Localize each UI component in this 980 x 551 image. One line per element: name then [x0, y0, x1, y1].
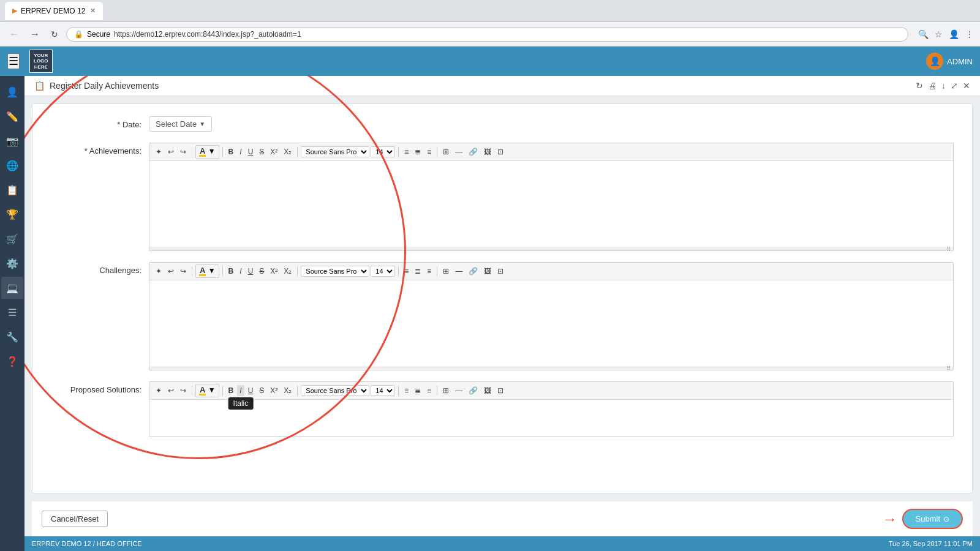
toolbar-table2[interactable]: ⊞	[440, 266, 451, 277]
toolbar-link3[interactable]: 🔗	[466, 385, 480, 396]
toolbar-source3[interactable]: ⊡	[495, 385, 506, 396]
separator2	[222, 147, 223, 157]
toolbar-bold[interactable]: B	[226, 146, 236, 157]
sidebar-item-trophy[interactable]: 🏆	[1, 203, 23, 225]
address-bar[interactable]: 🔒 Secure https://demo12.erprev.com:8443/…	[66, 27, 908, 42]
toolbar-underline2[interactable]: U	[246, 266, 256, 277]
toolbar-strikethrough[interactable]: S	[257, 146, 266, 157]
toolbar-ol3[interactable]: ≣	[412, 385, 423, 396]
font-family-select3[interactable]: Source Sans Pro	[301, 385, 369, 396]
refresh-page-btn[interactable]: ↻	[916, 81, 923, 91]
toolbar-image[interactable]: 🖼	[481, 146, 494, 157]
toolbar-align2[interactable]: ≡	[424, 266, 434, 277]
toolbar-link2[interactable]: 🔗	[466, 266, 480, 277]
forward-btn[interactable]: →	[27, 27, 43, 42]
toolbar-hr[interactable]: —	[453, 146, 465, 157]
toolbar-undo2[interactable]: ↩	[165, 266, 176, 277]
toolbar-subscript2[interactable]: X₂	[281, 266, 294, 277]
font-size-select[interactable]: 14	[371, 146, 395, 157]
toolbar-ol[interactable]: ≣	[412, 146, 423, 157]
sidebar-item-menu2[interactable]: ☰	[1, 301, 23, 323]
sidebar-item-edit[interactable]: ✏️	[1, 105, 23, 127]
solutions-editor-body[interactable]	[149, 400, 953, 437]
toolbar-superscript[interactable]: X²	[268, 146, 280, 157]
toolbar-redo[interactable]: ↪	[178, 146, 189, 157]
browser-tab[interactable]: ▶ ERPREV DEMO 12 ✕	[5, 2, 103, 20]
font-family-select2[interactable]: Source Sans Pro	[301, 266, 369, 277]
toolbar-italic[interactable]: I	[237, 146, 244, 157]
toolbar-redo3[interactable]: ↪	[178, 385, 189, 396]
refresh-btn[interactable]: ↻	[48, 28, 61, 41]
cancel-reset-btn[interactable]: Cancel/Reset	[42, 511, 108, 527]
menu-icon[interactable]: ⋮	[965, 29, 974, 39]
toolbar-redo2[interactable]: ↪	[178, 266, 189, 277]
print-btn[interactable]: 🖨	[928, 81, 937, 91]
toolbar-color2[interactable]: A ▼	[195, 264, 219, 278]
sidebar-item-cart[interactable]: 🛒	[1, 228, 23, 250]
sidebar-item-camera[interactable]: 📷	[1, 130, 23, 152]
date-picker-btn[interactable]: Select Date ▼	[149, 116, 212, 132]
toolbar-strikethrough2[interactable]: S	[257, 266, 266, 277]
toolbar-underline3[interactable]: U	[246, 385, 256, 396]
sidebar-item-computer[interactable]: 💻	[1, 277, 23, 299]
toolbar-special2[interactable]: ✦	[153, 266, 164, 277]
toolbar-hr2[interactable]: —	[453, 266, 465, 277]
toolbar-ol2[interactable]: ≣	[412, 266, 423, 277]
toolbar-special[interactable]: ✦	[153, 146, 164, 157]
solutions-toolbar: ✦ ↩ ↪ A ▼ B I Italic U S	[149, 382, 953, 400]
toolbar-source[interactable]: ⊡	[495, 146, 506, 157]
toolbar-ul3[interactable]: ≡	[402, 385, 411, 396]
submit-btn[interactable]: Submit ⊙	[902, 509, 963, 529]
challenges-editor-body[interactable]	[149, 280, 953, 366]
hamburger-menu[interactable]: ☰	[7, 53, 20, 69]
font-size-select2[interactable]: 14	[371, 266, 395, 277]
tab-close-btn[interactable]: ✕	[90, 7, 96, 15]
toolbar-image3[interactable]: 🖼	[481, 385, 494, 396]
toolbar-undo[interactable]: ↩	[165, 146, 176, 157]
toolbar-color[interactable]: A ▼	[195, 145, 219, 159]
toolbar-superscript3[interactable]: X²	[268, 385, 280, 396]
sidebar-item-wrench[interactable]: 🔧	[1, 326, 23, 348]
sidebar-item-globe[interactable]: 🌐	[1, 154, 23, 176]
challenges-editor-resize[interactable]: ⠿	[149, 366, 953, 370]
toolbar-bold3[interactable]: B	[226, 385, 236, 396]
achievements-editor-resize[interactable]: ⠿	[149, 247, 953, 250]
toolbar-hr3[interactable]: —	[453, 385, 465, 396]
toolbar-underline[interactable]: U	[246, 146, 256, 157]
toolbar-superscript2[interactable]: X²	[268, 266, 280, 277]
toolbar-image2[interactable]: 🖼	[481, 266, 494, 277]
expand-btn[interactable]: ⤢	[951, 81, 958, 91]
toolbar-italic2[interactable]: I	[237, 266, 244, 277]
bookmark-icon[interactable]: ☆	[935, 29, 943, 39]
toolbar-bold2[interactable]: B	[226, 266, 236, 277]
toolbar-source2[interactable]: ⊡	[495, 266, 506, 277]
font-size-select3[interactable]: 14	[371, 385, 395, 396]
close-btn[interactable]: ✕	[963, 81, 970, 91]
toolbar-strikethrough3[interactable]: S	[257, 385, 266, 396]
toolbar-subscript3[interactable]: X₂	[281, 385, 294, 396]
toolbar-ul2[interactable]: ≡	[402, 266, 411, 277]
address-text: https://demo12.erprev.com:8443/index.jsp…	[114, 30, 301, 39]
toolbar-table3[interactable]: ⊞	[440, 385, 451, 396]
sidebar-item-profile[interactable]: 👤	[1, 81, 23, 103]
toolbar-table[interactable]: ⊞	[440, 146, 451, 157]
download-btn[interactable]: ↓	[941, 81, 946, 91]
sidebar-item-help[interactable]: ❓	[1, 350, 23, 372]
toolbar-link[interactable]: 🔗	[466, 146, 480, 157]
toolbar-italic3[interactable]: I	[237, 385, 244, 396]
toolbar-color3[interactable]: A ▼	[195, 384, 219, 397]
toolbar-subscript[interactable]: X₂	[281, 146, 294, 157]
sidebar-item-list[interactable]: 📋	[1, 179, 23, 201]
back-btn[interactable]: ←	[6, 27, 22, 42]
zoom-icon[interactable]: 🔍	[918, 29, 929, 39]
sidebar-item-settings[interactable]: ⚙️	[1, 252, 23, 274]
toolbar-undo3[interactable]: ↩	[165, 385, 176, 396]
achievements-editor-body[interactable]	[149, 161, 953, 247]
toolbar-align3[interactable]: ≡	[424, 385, 434, 396]
solutions-label: Proposed Solutions:	[51, 381, 149, 394]
user-icon[interactable]: 👤	[949, 29, 959, 39]
toolbar-ul[interactable]: ≡	[402, 146, 411, 157]
toolbar-special3[interactable]: ✦	[153, 385, 164, 396]
font-family-select[interactable]: Source Sans Pro	[301, 146, 369, 157]
toolbar-align[interactable]: ≡	[424, 146, 434, 157]
